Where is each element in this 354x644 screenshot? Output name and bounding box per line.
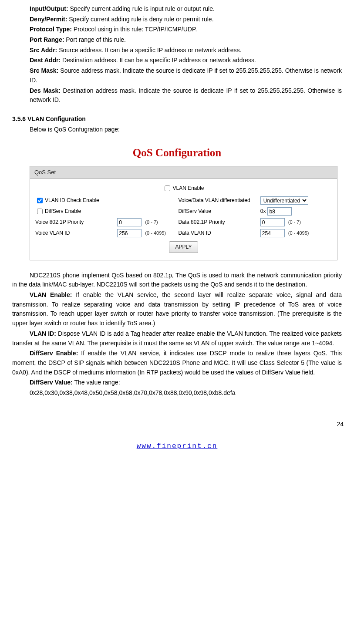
term-text: The value range: (73, 379, 120, 386)
term-text: Port range of this rule. (64, 36, 126, 43)
section-subtext: Below is QoS Confugration page: (12, 125, 342, 135)
diffserv-enable-checkbox[interactable] (37, 209, 43, 214)
diffserv-enable-label: DiffServ Enable (45, 207, 81, 216)
form-row: VLAN ID Check Enable Voice/Data VLAN dif… (34, 195, 334, 206)
term-text: Destination address mask. Indicate the s… (30, 87, 342, 104)
vlan-enable-paragraph: VLAN Enable: If enable the VLAN service,… (12, 290, 342, 328)
data-vlan-id-label: Data VLAN ID (178, 229, 211, 237)
definition-des-mask: Des Mask: Destination address mask. Indi… (12, 86, 342, 105)
data-vlan-id-input[interactable] (260, 229, 285, 237)
term-label: Port Range: (30, 36, 64, 43)
term-text: Destination address. It can be a specifi… (61, 57, 256, 64)
section-heading: 3.5.6 VLAN Configuration (12, 115, 342, 124)
term-label: Protocol Type: (30, 26, 72, 33)
definition-dest-addr: Dest Addr: Destination address. It can b… (12, 56, 342, 65)
definition-deny-permit: Deny/Permit: Specify current adding rule… (12, 15, 342, 24)
vlan-id-check-checkbox[interactable] (37, 198, 43, 203)
qos-panel: QoS Set VLAN Enable VLAN ID Check Enable… (30, 166, 337, 260)
term-text: Specify current adding rule is deny rule… (67, 16, 213, 23)
data-8021p-label: Data 802.1P Priority (178, 218, 225, 226)
document-page: Input/Output: Specify current adding rul… (0, 0, 354, 408)
range-hint: (0 - 4095) (288, 229, 309, 237)
term-label: Src Mask: (30, 67, 58, 74)
term-text: Source address mask. Indicate the source… (30, 67, 342, 84)
footer-url: www.fineprint.cn (137, 442, 218, 450)
term-text: Protocol using in this rule: TCP/IP/ICMP… (72, 26, 197, 33)
vlan-enable-label: VLAN Enable (172, 184, 204, 192)
form-row: DiffServ Enable DiffServ Value 0x (34, 206, 334, 217)
form-row: Voice 802.1P Priority (0 - 7) Data 802.1… (34, 217, 334, 228)
qos-panel-header: QoS Set (30, 166, 337, 179)
form-row: Voice VLAN ID (0 - 4095) Data VLAN ID (0… (34, 228, 334, 239)
term-text: Source address. It can be a specific IP … (57, 47, 241, 54)
range-hint: (0 - 7) (288, 219, 301, 226)
diffserv-value-label: DiffServ Value (178, 207, 211, 216)
vlan-id-paragraph: VLAN ID: Dispose VLAN ID is add a Tag he… (12, 329, 342, 348)
term-label: VLAN Enable: (30, 291, 72, 298)
intro-paragraph: NDC2210S phone implement QoS based on 80… (12, 271, 342, 290)
term-text: Specify current adding rule is input rul… (68, 5, 215, 12)
vlan-id-check-label: VLAN ID Check Enable (45, 196, 99, 205)
voice-8021p-input[interactable] (117, 218, 142, 226)
vlan-enable-row: VLAN Enable (34, 182, 334, 195)
term-label: Dest Addr: (30, 57, 61, 64)
definition-port-range: Port Range: Port range of this rule. (12, 35, 342, 45)
diffserv-value-input[interactable] (267, 207, 292, 216)
diffserv-value-paragraph: DiffServ Value: The value range: (12, 378, 342, 388)
term-label: DiffServ Enable: (30, 350, 78, 357)
term-label: Des Mask: (30, 87, 61, 94)
range-hint: (0 - 4095) (145, 229, 166, 237)
term-label: VLAN ID: (30, 330, 56, 337)
voice-vlan-id-input[interactable] (117, 229, 142, 237)
definition-protocol-type: Protocol Type: Protocol using in this ru… (12, 25, 342, 34)
range-hint: (0 - 7) (145, 219, 158, 226)
hex-prefix: 0x (260, 207, 266, 216)
definition-input-output: Input/Output: Specify current adding rul… (12, 4, 342, 14)
page-number: 24 (0, 420, 344, 429)
voice-data-diff-select[interactable]: Undifferentiated (260, 196, 308, 205)
definition-src-mask: Src Mask: Source address mask. Indicate … (12, 66, 342, 85)
voice-data-diff-label: Voice/Data VLAN differentiated (178, 196, 250, 205)
term-label: Input/Output: (30, 5, 68, 12)
term-label: Src Addr: (30, 47, 57, 54)
definition-src-addr: Src Addr: Source address. It can be a sp… (12, 46, 342, 55)
data-8021p-input[interactable] (260, 218, 285, 226)
voice-8021p-label: Voice 802.1P Priority (35, 218, 84, 226)
apply-row: APPLY (34, 239, 334, 254)
diffserv-values-list: 0x28,0x30,0x38,0x48,0x50,0x58,0x68,0x70,… (12, 388, 342, 398)
term-text: Dispose VLAN ID is add a Tag header afte… (12, 330, 342, 347)
term-label: DiffServ Value: (30, 379, 73, 386)
voice-vlan-id-label: Voice VLAN ID (35, 229, 70, 237)
qos-title: QoS Configuration (12, 145, 342, 162)
diffserv-enable-paragraph: DiffServ Enable: If enable the VLAN serv… (12, 349, 342, 377)
qos-panel-body: VLAN Enable VLAN ID Check Enable Voice/D… (30, 179, 337, 260)
term-label: Deny/Permit: (30, 16, 67, 23)
apply-button[interactable]: APPLY (169, 241, 199, 253)
vlan-enable-checkbox[interactable] (165, 185, 170, 191)
footer-link[interactable]: www.fineprint.cn (0, 441, 354, 452)
